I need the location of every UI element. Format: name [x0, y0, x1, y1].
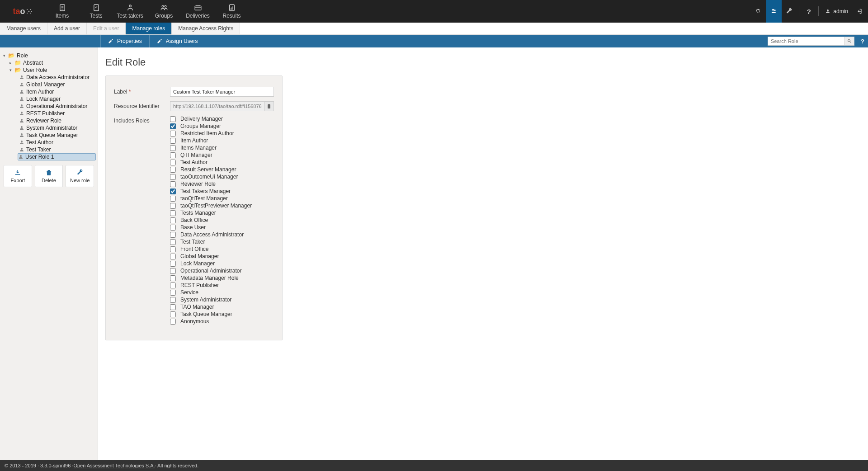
nav-deliveries[interactable]: Deliveries — [181, 0, 215, 23]
role-checkbox[interactable] — [170, 275, 176, 281]
subtab-manage-access-rights[interactable]: Manage Access Rights — [172, 23, 240, 34]
role-checkbox-row[interactable]: Restricted Item Author — [170, 130, 274, 137]
role-checkbox[interactable] — [170, 239, 176, 245]
nav-test-takers[interactable]: Test-takers — [113, 0, 147, 23]
action-export[interactable]: Export — [4, 165, 32, 187]
role-checkbox-row[interactable]: Global Manager — [170, 253, 274, 259]
role-checkbox[interactable] — [170, 261, 176, 267]
subtab-manage-roles[interactable]: Manage roles — [126, 23, 172, 34]
toolbar-help-icon[interactable]: ? — [857, 35, 868, 47]
role-checkbox-row[interactable]: Front Office — [170, 246, 274, 252]
role-checkbox-row[interactable]: Test Author — [170, 159, 274, 165]
role-checkbox[interactable] — [170, 217, 176, 223]
role-checkbox[interactable] — [170, 225, 176, 231]
role-checkbox-row[interactable]: taoQtiTest Manager — [170, 195, 274, 202]
role-checkbox[interactable] — [170, 319, 176, 325]
subtab-manage-users[interactable]: Manage users — [0, 23, 47, 34]
tree-item[interactable]: System Administrator — [2, 124, 96, 132]
role-checkbox-row[interactable]: Item Author — [170, 137, 274, 144]
role-checkbox[interactable] — [170, 181, 176, 187]
role-checkbox[interactable] — [170, 246, 176, 252]
role-checkbox-row[interactable]: Metadata Manager Role — [170, 275, 274, 281]
action-delete[interactable]: Delete — [35, 165, 63, 187]
role-checkbox[interactable] — [170, 152, 176, 158]
role-checkbox[interactable] — [170, 167, 176, 173]
tree-item[interactable]: Operational Administrator — [2, 103, 96, 110]
role-checkbox-row[interactable]: System Administrator — [170, 297, 274, 303]
role-checkbox-row[interactable]: Test Taker — [170, 239, 274, 245]
role-checkbox-row[interactable]: Groups Manager — [170, 123, 274, 129]
role-checkbox-row[interactable]: Data Access Administrator — [170, 231, 274, 238]
properties-button[interactable]: Properties — [100, 35, 150, 47]
assign-users-button[interactable]: Assign Users — [150, 35, 206, 47]
search-input[interactable] — [768, 37, 844, 46]
tree-item[interactable]: Data Access Administrator — [2, 74, 96, 81]
nav-results[interactable]: Results — [215, 0, 249, 23]
logo[interactable]: tao — [0, 0, 45, 23]
role-checkbox-row[interactable]: Reviewer Role — [170, 181, 274, 187]
tree-item[interactable]: Test Author — [2, 139, 96, 146]
caret-down-icon[interactable]: ▾ — [2, 53, 6, 58]
role-checkbox-row[interactable]: REST Publisher — [170, 282, 274, 288]
role-checkbox-row[interactable]: Service — [170, 289, 274, 296]
tree-abstract[interactable]: ▸ 📁 Abstract — [2, 59, 96, 66]
label-input[interactable] — [170, 87, 274, 97]
tree-item[interactable]: Item Author — [2, 88, 96, 95]
user-menu[interactable]: admin — [821, 0, 853, 23]
role-checkbox-row[interactable]: taoOutcomeUi Manager — [170, 174, 274, 180]
role-checkbox[interactable] — [170, 160, 176, 165]
tree-item[interactable]: REST Publisher — [2, 110, 96, 117]
role-checkbox[interactable] — [170, 196, 176, 202]
role-checkbox[interactable] — [170, 304, 176, 310]
role-checkbox-row[interactable]: TAO Manager — [170, 304, 274, 310]
logout-icon[interactable] — [853, 0, 868, 23]
role-checkbox-row[interactable]: Tests Manager — [170, 210, 274, 216]
role-checkbox[interactable] — [170, 145, 176, 151]
tree-root[interactable]: ▾ 📂 Role — [2, 52, 96, 59]
tree-item[interactable]: Reviewer Role — [2, 117, 96, 124]
role-checkbox-row[interactable]: Task Queue Manager — [170, 311, 274, 317]
role-checkbox[interactable] — [170, 290, 176, 296]
role-checkbox-row[interactable]: Result Server Manager — [170, 166, 274, 173]
tree-item[interactable]: Task Queue Manager — [2, 132, 96, 139]
role-checkbox-row[interactable]: Base User — [170, 224, 274, 231]
help-icon[interactable]: ? — [801, 0, 816, 23]
caret-right-icon[interactable]: ▸ — [8, 61, 13, 65]
nav-groups[interactable]: Groups — [147, 0, 181, 23]
role-checkbox-row[interactable]: Items Manager — [170, 145, 274, 151]
role-checkbox-row[interactable]: Back Office — [170, 217, 274, 223]
role-checkbox-row[interactable]: Operational Administrator — [170, 268, 274, 274]
role-checkbox[interactable] — [170, 123, 176, 129]
role-checkbox-row[interactable]: Lock Manager — [170, 260, 274, 267]
role-checkbox[interactable] — [170, 297, 176, 303]
role-checkbox[interactable] — [170, 138, 176, 144]
tree-item[interactable]: Global Manager — [2, 81, 96, 88]
role-checkbox[interactable] — [170, 203, 176, 209]
role-checkbox[interactable] — [170, 283, 176, 288]
nav-tests[interactable]: Tests — [79, 0, 113, 23]
role-checkbox[interactable] — [170, 174, 176, 180]
tree-item[interactable]: User Role 1 — [18, 153, 96, 160]
wrench-icon[interactable] — [782, 0, 797, 23]
caret-down-icon[interactable]: ▾ — [8, 68, 13, 72]
role-checkbox[interactable] — [170, 116, 176, 122]
role-checkbox-row[interactable]: Anonymous — [170, 318, 274, 325]
role-checkbox[interactable] — [170, 131, 176, 137]
role-checkbox-row[interactable]: QTI Manager — [170, 152, 274, 158]
role-checkbox-row[interactable]: taoQtiTestPreviewer Manager — [170, 203, 274, 209]
role-checkbox[interactable] — [170, 254, 176, 259]
role-checkbox[interactable] — [170, 311, 176, 317]
role-checkbox[interactable] — [170, 232, 176, 238]
search-button[interactable] — [844, 37, 854, 46]
role-checkbox[interactable] — [170, 210, 176, 216]
tree-user-role[interactable]: ▾ 📂 User Role — [2, 66, 96, 74]
role-checkbox[interactable] — [170, 188, 176, 194]
role-checkbox-row[interactable]: Delivery Manager — [170, 116, 274, 122]
copy-uri-button[interactable] — [265, 101, 274, 111]
action-new-role[interactable]: New role — [66, 165, 94, 187]
tree-item[interactable]: Test Taker — [2, 146, 96, 153]
role-checkbox-row[interactable]: Test Takers Manager — [170, 188, 274, 194]
nav-items[interactable]: Items — [45, 0, 79, 23]
role-checkbox[interactable] — [170, 268, 176, 274]
subtab-add-a-user[interactable]: Add a user — [47, 23, 87, 34]
